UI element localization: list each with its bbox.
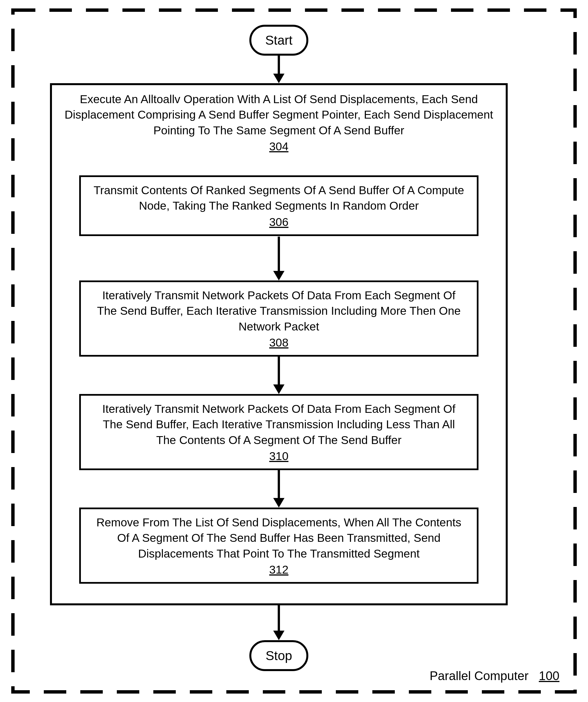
arrow-308-to-310-head [273,384,284,394]
step-306-box: Transmit Contents Of Ranked Segments Of … [79,176,478,236]
step-308-ref: 308 [92,336,466,349]
arrow-306-to-308 [278,237,280,272]
arrow-306-to-308-head [273,271,284,280]
arrow-304-to-stop-head [273,630,284,640]
arrow-start-to-304 [278,55,280,75]
footer-ref: 100 [539,669,559,683]
step-310-text: Iteratively Transmit Network Packets Of … [92,401,466,448]
footer-text: Parallel Computer [430,669,529,683]
footer-label: Parallel Computer 100 [430,669,559,683]
step-308-text: Iteratively Transmit Network Packets Of … [92,288,466,334]
arrow-310-to-312 [278,469,280,500]
step-312-box: Remove From The List Of Send Displacemen… [79,507,478,584]
flowchart-canvas: Start Execute An Alltoallv Operation Wit… [0,0,588,702]
start-label: Start [265,33,292,48]
start-terminator: Start [249,25,308,55]
step-304-text-block: Execute An Alltoallv Operation With A Li… [62,92,496,153]
step-306-text: Transmit Contents Of Ranked Segments Of … [92,183,466,214]
arrow-310-to-312-head [273,498,284,507]
stop-label: Stop [266,648,292,663]
step-306-ref: 306 [92,216,466,229]
arrow-start-to-304-head [273,74,284,83]
step-312-text: Remove From The List Of Send Displacemen… [92,515,466,562]
stop-terminator: Stop [249,640,308,671]
step-308-box: Iteratively Transmit Network Packets Of … [79,280,478,357]
arrow-308-to-310 [278,356,280,386]
step-312-ref: 312 [92,563,466,576]
step-310-box: Iteratively Transmit Network Packets Of … [79,394,478,470]
arrow-304-to-stop [278,605,280,632]
step-304-text: Execute An Alltoallv Operation With A Li… [62,92,496,138]
step-310-ref: 310 [92,450,466,463]
step-304-ref: 304 [62,140,496,153]
